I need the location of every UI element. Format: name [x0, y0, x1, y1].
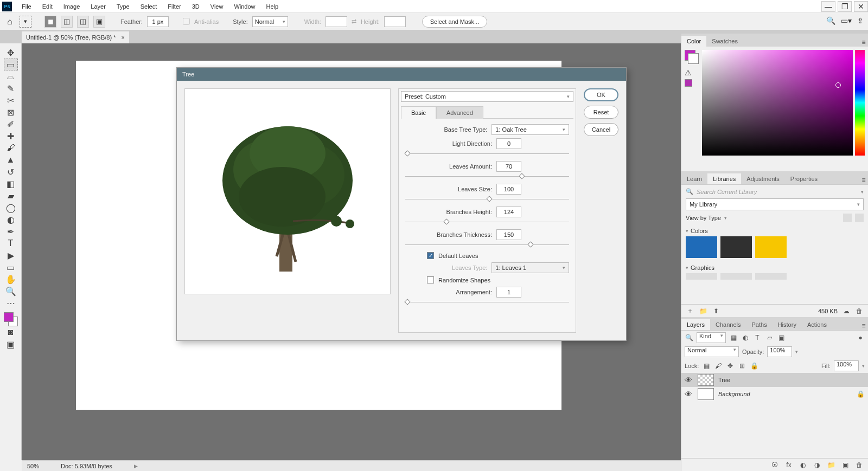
- lock-pos-icon[interactable]: ✥: [726, 362, 735, 370]
- path-select-tool-icon[interactable]: ▶: [4, 249, 18, 261]
- menu-image[interactable]: Image: [58, 3, 86, 10]
- lock-all-icon[interactable]: 🔒: [750, 362, 758, 370]
- menu-help[interactable]: Help: [261, 3, 284, 10]
- panel-menu-icon[interactable]: ≡: [859, 176, 868, 184]
- quickmask-icon[interactable]: ◙: [4, 326, 18, 338]
- visibility-icon[interactable]: 👁: [685, 390, 693, 398]
- color-swatch-icon[interactable]: [4, 312, 18, 326]
- subtract-selection-icon[interactable]: ◫: [77, 16, 89, 28]
- toolbar-more-icon[interactable]: ⋯: [4, 297, 18, 309]
- lib-add-icon[interactable]: ＋: [686, 307, 694, 315]
- default-leaves-checkbox[interactable]: ✓: [427, 252, 434, 259]
- healing-tool-icon[interactable]: ✚: [4, 130, 18, 142]
- lasso-tool-icon[interactable]: ⌓: [4, 70, 18, 82]
- feather-input[interactable]: [147, 16, 169, 27]
- library-search-input[interactable]: Search Current Library: [697, 189, 858, 195]
- brancht-slider[interactable]: [405, 243, 569, 247]
- tab-libraries[interactable]: Libraries: [707, 173, 741, 184]
- leavessize-slider[interactable]: [405, 198, 569, 201]
- lib-color-3[interactable]: [755, 236, 787, 258]
- viewby-label[interactable]: View by Type: [686, 215, 721, 221]
- zoom-level[interactable]: 50%: [27, 463, 39, 469]
- lightdir-slider[interactable]: [405, 152, 569, 156]
- filter-smart-icon[interactable]: ▣: [777, 333, 786, 342]
- list-view-icon[interactable]: [855, 214, 864, 222]
- pen-tool-icon[interactable]: ✒: [4, 225, 18, 237]
- colors-group-label[interactable]: Colors: [691, 228, 708, 234]
- arrangement-slider[interactable]: [405, 301, 569, 304]
- filter-pixel-icon[interactable]: ▦: [729, 333, 738, 342]
- screenmode-icon[interactable]: ▣: [4, 338, 18, 350]
- menu-window[interactable]: Window: [228, 3, 260, 10]
- dialog-title[interactable]: Tree: [177, 68, 626, 81]
- marquee-tool-icon[interactable]: ▭: [4, 59, 18, 70]
- search-icon[interactable]: 🔍: [826, 16, 835, 25]
- new-layer-icon[interactable]: ▣: [841, 461, 850, 469]
- menu-file[interactable]: File: [16, 3, 37, 10]
- filter-adjust-icon[interactable]: ◐: [741, 333, 750, 342]
- lock-icon[interactable]: 🔒: [857, 390, 865, 398]
- gradient-tool-icon[interactable]: ▰: [4, 190, 18, 202]
- lock-trans-icon[interactable]: ▦: [702, 362, 711, 370]
- lib-folder-icon[interactable]: 📁: [699, 307, 707, 315]
- lib-graphic-2[interactable]: [720, 273, 752, 280]
- move-tool-icon[interactable]: ✥: [4, 47, 18, 59]
- layer-thumb[interactable]: [698, 374, 714, 386]
- cloud-icon[interactable]: ☁: [842, 307, 851, 315]
- share-icon[interactable]: ⇪: [857, 16, 864, 25]
- adjustment-icon[interactable]: ◑: [813, 461, 821, 469]
- menu-filter[interactable]: Filter: [162, 3, 186, 10]
- gamut-warning-icon[interactable]: ⚠: [685, 68, 693, 77]
- rectangle-tool-icon[interactable]: ▭: [4, 261, 18, 273]
- layer-thumb[interactable]: [698, 388, 714, 400]
- lib-graphic-3[interactable]: [755, 273, 787, 280]
- home-icon[interactable]: ⌂: [4, 16, 15, 27]
- tab-learn[interactable]: Learn: [681, 173, 707, 184]
- tab-basic[interactable]: Basic: [401, 106, 436, 119]
- quick-select-tool-icon[interactable]: ✎: [4, 82, 18, 94]
- tab-actions[interactable]: Actions: [802, 319, 832, 330]
- reset-button[interactable]: Reset: [584, 106, 618, 119]
- layer-row-tree[interactable]: 👁 Tree: [681, 373, 868, 387]
- layer-name[interactable]: Background: [718, 391, 852, 397]
- layer-name[interactable]: Tree: [718, 377, 865, 383]
- preset-select[interactable]: Preset: Custom▾: [401, 91, 573, 102]
- frame-tool-icon[interactable]: ⊠: [4, 106, 18, 118]
- tab-swatches[interactable]: Swatches: [706, 36, 743, 47]
- gamut-swatch[interactable]: [685, 79, 692, 87]
- randomize-shapes-checkbox[interactable]: [427, 276, 434, 283]
- menu-view[interactable]: View: [205, 3, 229, 10]
- tab-history[interactable]: History: [773, 319, 802, 330]
- menu-layer[interactable]: Layer: [85, 3, 111, 10]
- lib-graphic-1[interactable]: [686, 273, 717, 280]
- menu-type[interactable]: Type: [111, 3, 135, 10]
- style-select[interactable]: Normal▾: [252, 16, 288, 27]
- lib-upload-icon[interactable]: ⬆: [712, 307, 720, 315]
- fill-input[interactable]: 100%: [834, 360, 859, 371]
- lock-nest-icon[interactable]: ⊞: [738, 362, 746, 370]
- tab-paths[interactable]: Paths: [746, 319, 773, 330]
- filter-shape-icon[interactable]: ▱: [765, 333, 774, 342]
- brush-tool-icon[interactable]: 🖌: [4, 142, 18, 154]
- opacity-input[interactable]: 100%: [767, 346, 792, 357]
- color-spectrum[interactable]: [702, 50, 853, 156]
- grid-view-icon[interactable]: [843, 214, 852, 222]
- tab-close-icon[interactable]: ×: [121, 34, 124, 41]
- maximize-icon[interactable]: ❐: [838, 1, 852, 12]
- ok-button[interactable]: OK: [584, 88, 618, 101]
- link-icon[interactable]: ⦿: [770, 461, 779, 469]
- fx-icon[interactable]: fx: [784, 461, 793, 469]
- lightdir-input[interactable]: [496, 138, 521, 149]
- leavessize-input[interactable]: [496, 184, 521, 195]
- delete-layer-icon[interactable]: 🗑: [855, 461, 864, 469]
- group-icon[interactable]: 📁: [827, 461, 835, 469]
- workspace-icon[interactable]: ▭▾: [841, 16, 852, 25]
- leavesamt-slider[interactable]: [405, 175, 569, 178]
- new-selection-icon[interactable]: ◼: [44, 16, 56, 28]
- trash-icon[interactable]: 🗑: [855, 307, 864, 315]
- tab-advanced[interactable]: Advanced: [436, 106, 483, 119]
- menu-select[interactable]: Select: [135, 3, 163, 10]
- tab-channels[interactable]: Channels: [710, 319, 746, 330]
- history-brush-tool-icon[interactable]: ↺: [4, 166, 18, 178]
- filter-toggle-icon[interactable]: ●: [856, 333, 865, 342]
